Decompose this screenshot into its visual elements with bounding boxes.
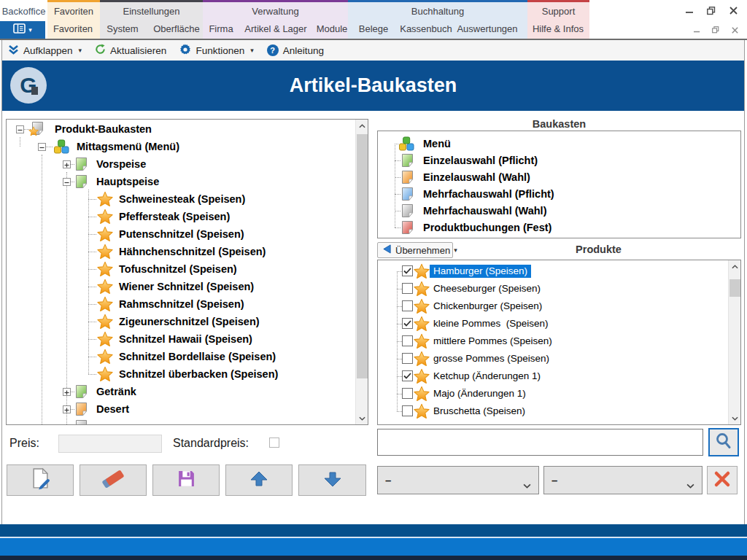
move-down-button[interactable] (298, 464, 366, 496)
scroll-up-icon[interactable] (356, 120, 368, 132)
toolbar-anleitung-button[interactable]: ? Anleitung (267, 44, 324, 56)
produkt-item-ketchup-anderungen-1[interactable]: Ketchup (Änderungen 1) (378, 368, 728, 385)
tree-expander-plus[interactable] (63, 388, 71, 396)
filter-dropdown-2[interactable]: – (543, 466, 703, 494)
produkt-checkbox-checked[interactable] (402, 370, 413, 381)
tree-expander-minus[interactable] (38, 143, 46, 151)
filter-dropdown-1[interactable]: – (377, 466, 539, 494)
baukasten-item-menu[interactable]: Menü (378, 135, 740, 152)
produkt-checkbox[interactable] (402, 300, 413, 311)
page-orange-icon (75, 400, 88, 418)
produkt-item-kleine-pommes-speisen[interactable]: kleine Pommes (Speisen) (378, 315, 728, 332)
uebernehmen-label: Übernehmen (395, 245, 450, 256)
tree-item-desert[interactable]: Desert (7, 400, 355, 418)
tab-support[interactable]: Support (527, 0, 589, 21)
produkt-item-cheeseburger-speisen[interactable]: Cheeseburger (Speisen) (378, 280, 728, 298)
tree-item-zigeunerschnitzel-speisen[interactable]: Zigeunerschnitzel (Speisen) (7, 313, 355, 330)
new-entry-button[interactable] (7, 464, 74, 496)
produkt-checkbox-checked[interactable] (402, 318, 413, 329)
tree-expander-plus[interactable] (63, 405, 71, 413)
produkt-checkbox[interactable] (402, 405, 413, 416)
save-button[interactable] (152, 464, 220, 496)
subtab-hilfe-infos[interactable]: Hilfe & Infos (533, 21, 584, 39)
subtab-kassenbuch[interactable]: Kassenbuch (400, 21, 452, 39)
tree-item-produkt-baukasten[interactable]: Produkt-Baukasten (7, 120, 355, 138)
subtab-auswertungen[interactable]: Auswertungen (457, 21, 517, 39)
child-minimize-button[interactable] (689, 24, 705, 36)
window-close-button[interactable] (724, 4, 743, 18)
tree-item-rahmschnitzel-speisen[interactable]: Rahmschnitzel (Speisen) (7, 295, 355, 313)
os-taskbar[interactable] (0, 538, 747, 556)
scroll-down-icon[interactable] (356, 412, 368, 424)
produkt-item-majo-anderungen-1[interactable]: Majo (Änderungen 1) (378, 385, 728, 402)
subtab-belege[interactable]: Belege (359, 21, 388, 39)
view-menu-button[interactable]: ▾ (0, 21, 45, 39)
standardpreis-checkbox[interactable] (269, 438, 279, 448)
produkt-item-bruschetta-speisen[interactable]: Bruschetta (Speisen) (378, 402, 728, 420)
produkt-checkbox-checked[interactable] (402, 265, 413, 276)
produkt-checkbox[interactable] (402, 353, 413, 364)
produkt-item-mittlere-pommes-speisen[interactable]: mittlere Pommes (Speisen) (378, 332, 728, 350)
window-minimize-button[interactable] (680, 4, 699, 18)
tree-item-mittagsmenu-menu[interactable]: Mittagsmenü (Menü) (7, 138, 355, 155)
tree-item-schnitzel-uberbacken-speisen[interactable]: Schnitzel überbacken (Speisen) (7, 365, 355, 383)
tree-expander-minus[interactable] (63, 178, 71, 186)
tree-expander-plus[interactable] (63, 160, 71, 168)
window-restore-button[interactable] (702, 4, 721, 18)
scrollbar-thumb[interactable] (357, 134, 368, 378)
tree-item-hidden[interactable] (7, 418, 355, 425)
tree-item-pfeffersteak-speisen[interactable]: Pfeffersteak (Speisen) (7, 208, 355, 225)
delete-button[interactable] (80, 464, 147, 496)
tree-item-getrank[interactable]: Getränk (7, 383, 355, 400)
produkt-item-grosse-pommes-speisen[interactable]: grosse Pommes (Speisen) (378, 350, 728, 368)
toolbar-aktualisieren-button[interactable]: Aktualisieren (95, 44, 166, 57)
tree-expander-minus[interactable] (16, 125, 24, 133)
tree-item-schnitzel-hawaii-speisen[interactable]: Schnitzel Hawaii (Speisen) (7, 330, 355, 348)
uebernehmen-button[interactable]: Übernehmen ▾ (377, 242, 453, 258)
subtab-module[interactable]: Module (317, 21, 348, 39)
tree-item-putenschnitzel-speisen[interactable]: Putenschnitzel (Speisen) (7, 225, 355, 243)
scroll-down-icon[interactable] (729, 412, 741, 424)
tab-verwaltung[interactable]: Verwaltung (203, 0, 348, 21)
tree-item-hahnchenschnitzel-speisen[interactable]: Hähnchenschnitzel (Speisen) (7, 243, 355, 260)
toolbar-aufklappen-button[interactable]: Aufklappen ▾ (8, 44, 82, 57)
tree-item-wiener-schnitzel-speisen[interactable]: Wiener Schnitzel (Speisen) (7, 278, 355, 295)
child-restore-button[interactable] (708, 24, 724, 36)
produkt-checkbox[interactable] (402, 388, 413, 399)
baukasten-item-einzelauswahl-wahl[interactable]: Einzelauswahl (Wahl) (378, 168, 740, 186)
preis-input[interactable] (58, 435, 162, 453)
move-up-button[interactable] (225, 464, 293, 496)
tree-item-schweinesteak-speisen[interactable]: Schweinesteak (Speisen) (7, 190, 355, 208)
produkt-item-hamburger-speisen[interactable]: Hamburger (Speisen) (378, 262, 728, 280)
toolbar-funktionen-button[interactable]: Funktionen ▾ (179, 44, 253, 58)
subtab-artikel-lager[interactable]: Artikel & Lager (244, 21, 306, 39)
produkt-item-chickenburger-speisen[interactable]: Chickenburger (Speisen) (378, 298, 728, 315)
scrollbar-thumb[interactable] (729, 279, 740, 297)
produkt-checkbox[interactable] (402, 283, 413, 294)
subtab-system[interactable]: System (107, 21, 138, 39)
tree-item-hauptspeise[interactable]: Hauptspeise (7, 173, 355, 190)
subtab-favoriten[interactable]: Favoriten (53, 21, 93, 39)
search-input[interactable] (377, 429, 703, 456)
tree-item-vorspeise[interactable]: Vorspeise (7, 155, 355, 173)
produkt-checkbox[interactable] (402, 335, 413, 346)
baukasten-item-mehrfachauswahl-pflicht[interactable]: Mehrfachauswahl (Pflicht) (378, 185, 740, 203)
baukasten-item-einzelauswahl-pflicht[interactable]: Einzelauswahl (Pflicht) (378, 152, 740, 169)
subtab-oberflaeche[interactable]: Oberfläche (153, 21, 200, 39)
subtab-firma[interactable]: Firma (209, 21, 233, 39)
baukasten-item-mehrfachauswahl-wahl[interactable]: Mehrfachauswahl (Wahl) (378, 202, 740, 219)
search-button[interactable] (708, 428, 739, 456)
tab-einstellungen[interactable]: Einstellungen (100, 0, 203, 21)
tree-scrollbar[interactable] (355, 120, 368, 424)
tab-buchhaltung[interactable]: Buchhaltung (348, 0, 527, 21)
child-close-button[interactable] (727, 24, 743, 36)
tree-item-schnitzel-bordellaise-speisen[interactable]: Schnitzel Bordellaise (Speisen) (7, 348, 355, 365)
tab-favoriten[interactable]: Favoriten (47, 0, 100, 21)
tab-backoffice[interactable]: Backoffice (0, 0, 47, 21)
tree-item-tofuschnitzel-speisen[interactable]: Tofuschnitzel (Speisen) (7, 260, 355, 278)
baukasten-item-produktbuchungen-fest[interactable]: Produktbuchungen (Fest) (378, 219, 740, 236)
produkte-scrollbar[interactable] (728, 260, 740, 424)
scroll-up-icon[interactable] (729, 260, 741, 273)
clear-filter-button[interactable] (707, 466, 738, 494)
tree-item-label: Zigeunerschnitzel (Speisen) (119, 313, 260, 330)
